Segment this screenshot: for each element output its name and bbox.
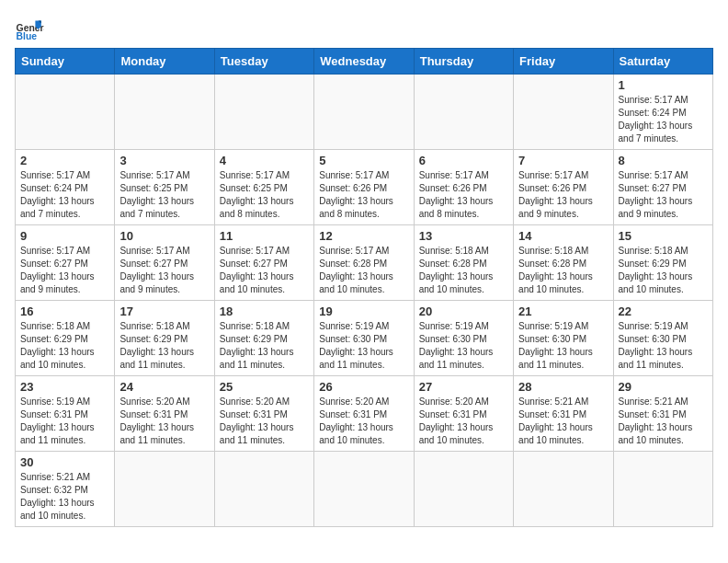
day-number: 5: [319, 154, 408, 167]
day-number: 15: [619, 229, 708, 243]
day-number: 4: [220, 154, 309, 167]
day-info: Sunrise: 5:17 AM Sunset: 6:26 PM Dayligh…: [419, 169, 508, 221]
day-header-sunday: Sunday: [16, 49, 115, 75]
header: General Blue: [15, 15, 713, 44]
day-header-saturday: Saturday: [613, 49, 712, 75]
day-number: 23: [20, 380, 109, 394]
day-number: 27: [419, 380, 508, 394]
day-number: 25: [220, 380, 309, 394]
calendar-cell: 4Sunrise: 5:17 AM Sunset: 6:25 PM Daylig…: [214, 150, 313, 225]
day-info: Sunrise: 5:18 AM Sunset: 6:29 PM Dayligh…: [220, 320, 309, 372]
day-header-thursday: Thursday: [414, 49, 513, 75]
calendar-cell: 1Sunrise: 5:17 AM Sunset: 6:24 PM Daylig…: [613, 75, 712, 150]
day-info: Sunrise: 5:20 AM Sunset: 6:31 PM Dayligh…: [319, 396, 408, 447]
day-number: 12: [319, 229, 408, 243]
day-number: 3: [119, 154, 209, 167]
calendar-cell: 6Sunrise: 5:17 AM Sunset: 6:26 PM Daylig…: [414, 150, 513, 225]
day-number: 6: [419, 154, 508, 167]
calendar-cell: [214, 452, 313, 527]
day-info: Sunrise: 5:19 AM Sunset: 6:30 PM Dayligh…: [518, 320, 608, 372]
calendar-cell: 26Sunrise: 5:20 AM Sunset: 6:31 PM Dayli…: [314, 376, 414, 452]
day-info: Sunrise: 5:17 AM Sunset: 6:25 PM Dayligh…: [220, 169, 309, 221]
logo-icon: General Blue: [15, 15, 44, 44]
day-info: Sunrise: 5:17 AM Sunset: 6:24 PM Dayligh…: [619, 94, 708, 145]
calendar-cell: 20Sunrise: 5:19 AM Sunset: 6:30 PM Dayli…: [414, 301, 513, 376]
day-info: Sunrise: 5:19 AM Sunset: 6:30 PM Dayligh…: [319, 320, 408, 372]
day-number: 14: [518, 229, 608, 243]
calendar-cell: 15Sunrise: 5:18 AM Sunset: 6:29 PM Dayli…: [613, 225, 712, 301]
day-number: 8: [619, 154, 708, 167]
day-number: 29: [619, 380, 708, 394]
day-info: Sunrise: 5:20 AM Sunset: 6:31 PM Dayligh…: [220, 396, 309, 447]
day-number: 19: [319, 304, 408, 318]
day-info: Sunrise: 5:17 AM Sunset: 6:28 PM Dayligh…: [319, 245, 408, 296]
day-number: 20: [419, 304, 508, 318]
day-info: Sunrise: 5:21 AM Sunset: 6:31 PM Dayligh…: [619, 396, 708, 447]
day-number: 24: [119, 380, 209, 394]
day-info: Sunrise: 5:18 AM Sunset: 6:28 PM Dayligh…: [518, 245, 608, 296]
day-number: 7: [518, 154, 608, 167]
calendar-cell: 25Sunrise: 5:20 AM Sunset: 6:31 PM Dayli…: [214, 376, 313, 452]
day-number: 26: [319, 380, 408, 394]
calendar-cell: 10Sunrise: 5:17 AM Sunset: 6:27 PM Dayli…: [115, 225, 214, 301]
calendar-cell: [214, 75, 313, 150]
calendar-cell: [314, 75, 414, 150]
day-info: Sunrise: 5:19 AM Sunset: 6:30 PM Dayligh…: [619, 320, 708, 372]
day-info: Sunrise: 5:18 AM Sunset: 6:29 PM Dayligh…: [20, 320, 109, 372]
svg-text:Blue: Blue: [17, 31, 38, 41]
day-number: 10: [119, 229, 209, 243]
calendar-cell: 21Sunrise: 5:19 AM Sunset: 6:30 PM Dayli…: [514, 301, 613, 376]
week-row-5: 23Sunrise: 5:19 AM Sunset: 6:31 PM Dayli…: [16, 376, 713, 452]
calendar-cell: 13Sunrise: 5:18 AM Sunset: 6:28 PM Dayli…: [414, 225, 513, 301]
day-info: Sunrise: 5:17 AM Sunset: 6:27 PM Dayligh…: [20, 245, 109, 296]
calendar-cell: [514, 75, 613, 150]
week-row-3: 9Sunrise: 5:17 AM Sunset: 6:27 PM Daylig…: [16, 225, 713, 301]
calendar-cell: 19Sunrise: 5:19 AM Sunset: 6:30 PM Dayli…: [314, 301, 414, 376]
calendar-cell: 30Sunrise: 5:21 AM Sunset: 6:32 PM Dayli…: [16, 452, 115, 527]
day-info: Sunrise: 5:21 AM Sunset: 6:32 PM Dayligh…: [20, 471, 109, 523]
day-info: Sunrise: 5:18 AM Sunset: 6:29 PM Dayligh…: [119, 320, 209, 372]
day-number: 18: [220, 304, 309, 318]
calendar-cell: 22Sunrise: 5:19 AM Sunset: 6:30 PM Dayli…: [613, 301, 712, 376]
calendar-table: SundayMondayTuesdayWednesdayThursdayFrid…: [15, 48, 713, 527]
day-info: Sunrise: 5:17 AM Sunset: 6:27 PM Dayligh…: [619, 169, 708, 221]
week-row-6: 30Sunrise: 5:21 AM Sunset: 6:32 PM Dayli…: [16, 452, 713, 527]
day-number: 17: [119, 304, 209, 318]
day-header-tuesday: Tuesday: [214, 49, 313, 75]
day-info: Sunrise: 5:17 AM Sunset: 6:26 PM Dayligh…: [319, 169, 408, 221]
day-header-wednesday: Wednesday: [314, 49, 414, 75]
calendar-header-row: SundayMondayTuesdayWednesdayThursdayFrid…: [16, 49, 713, 75]
day-number: 1: [619, 78, 708, 92]
calendar-cell: [414, 75, 513, 150]
calendar-cell: [115, 75, 214, 150]
calendar-cell: 28Sunrise: 5:21 AM Sunset: 6:31 PM Dayli…: [514, 376, 613, 452]
day-number: 16: [20, 304, 109, 318]
calendar-cell: 12Sunrise: 5:17 AM Sunset: 6:28 PM Dayli…: [314, 225, 414, 301]
calendar-cell: 8Sunrise: 5:17 AM Sunset: 6:27 PM Daylig…: [613, 150, 712, 225]
day-info: Sunrise: 5:18 AM Sunset: 6:29 PM Dayligh…: [619, 245, 708, 296]
calendar-cell: [314, 452, 414, 527]
calendar-body: 1Sunrise: 5:17 AM Sunset: 6:24 PM Daylig…: [16, 75, 713, 527]
calendar-cell: 5Sunrise: 5:17 AM Sunset: 6:26 PM Daylig…: [314, 150, 414, 225]
calendar-cell: [16, 75, 115, 150]
calendar-cell: 2Sunrise: 5:17 AM Sunset: 6:24 PM Daylig…: [16, 150, 115, 225]
calendar-cell: 14Sunrise: 5:18 AM Sunset: 6:28 PM Dayli…: [514, 225, 613, 301]
day-number: 22: [619, 304, 708, 318]
day-info: Sunrise: 5:17 AM Sunset: 6:24 PM Dayligh…: [20, 169, 109, 221]
day-info: Sunrise: 5:21 AM Sunset: 6:31 PM Dayligh…: [518, 396, 608, 447]
day-number: 28: [518, 380, 608, 394]
calendar-cell: [115, 452, 214, 527]
day-info: Sunrise: 5:17 AM Sunset: 6:27 PM Dayligh…: [119, 245, 209, 296]
calendar-cell: 27Sunrise: 5:20 AM Sunset: 6:31 PM Dayli…: [414, 376, 513, 452]
calendar-cell: [613, 452, 712, 527]
calendar-cell: 3Sunrise: 5:17 AM Sunset: 6:25 PM Daylig…: [115, 150, 214, 225]
calendar-cell: 18Sunrise: 5:18 AM Sunset: 6:29 PM Dayli…: [214, 301, 313, 376]
day-number: 21: [518, 304, 608, 318]
week-row-4: 16Sunrise: 5:18 AM Sunset: 6:29 PM Dayli…: [16, 301, 713, 376]
logo: General Blue: [15, 15, 44, 44]
day-info: Sunrise: 5:19 AM Sunset: 6:30 PM Dayligh…: [419, 320, 508, 372]
calendar-cell: [514, 452, 613, 527]
day-number: 9: [20, 229, 109, 243]
day-info: Sunrise: 5:17 AM Sunset: 6:25 PM Dayligh…: [119, 169, 209, 221]
calendar-cell: 29Sunrise: 5:21 AM Sunset: 6:31 PM Dayli…: [613, 376, 712, 452]
